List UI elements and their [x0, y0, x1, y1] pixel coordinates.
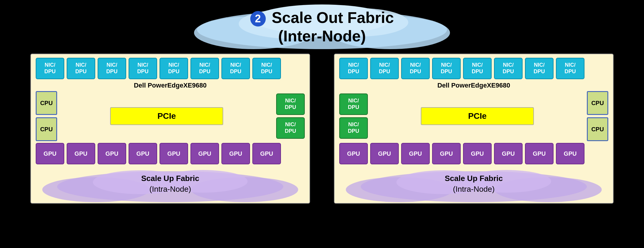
server-label-right: Dell PowerEdgeXE9680 — [339, 82, 608, 89]
nic-dpu-right-1: NIC/DPU — [339, 58, 368, 79]
pcie-area-left: PCIe — [60, 107, 273, 125]
gpu-left-4: GPU — [129, 143, 157, 164]
nic-dpu-right-2: NIC/DPU — [370, 58, 399, 79]
gpu-left-8: GPU — [252, 143, 281, 164]
gpu-right-3: GPU — [401, 143, 430, 164]
scale-up-label-right: Scale Up Fabric (Intra-Node) — [445, 173, 503, 195]
nic-dpu-left-4: NIC/DPU — [129, 58, 157, 79]
side-nic-left-1: NIC/DPU — [276, 93, 305, 115]
nic-dpu-left-2: NIC/DPU — [67, 58, 95, 79]
side-nic-left-2: NIC/DPU — [276, 117, 305, 139]
cpu-left-2: CPU — [36, 117, 57, 141]
scale-out-title: 2 Scale Out Fabric (Inter-Node) — [250, 8, 394, 46]
side-nic-right: NIC/DPU NIC/DPU — [339, 93, 368, 139]
main-content-row: NIC/DPU NIC/DPU NIC/DPU NIC/DPU NIC/DPU … — [0, 54, 644, 204]
middle-section-right: NIC/DPU NIC/DPU PCIe CPU CPU — [339, 91, 608, 141]
cpu-column-left: CPU CPU — [36, 91, 57, 141]
side-nic-right-1: NIC/DPU — [339, 93, 368, 115]
scale-up-left: Scale Up Fabric (Intra-Node) — [36, 164, 305, 203]
scale-out-fabric-cloud: 2 Scale Out Fabric (Inter-Node) — [188, 3, 456, 51]
nic-dpu-right-3: NIC/DPU — [401, 58, 430, 79]
pcie-box-left: PCIe — [110, 107, 223, 125]
server-label-left: Dell PowerEdgeXE9680 — [36, 82, 305, 89]
pcie-area-right: PCIe — [371, 107, 584, 125]
cpu-right-2: CPU — [587, 117, 608, 141]
nic-dpu-left-1: NIC/DPU — [36, 58, 64, 79]
gpu-left-5: GPU — [160, 143, 188, 164]
nic-dpu-left-5: NIC/DPU — [160, 58, 188, 79]
node-left: NIC/DPU NIC/DPU NIC/DPU NIC/DPU NIC/DPU … — [30, 54, 310, 204]
pcie-box-right: PCIe — [421, 107, 534, 125]
nic-dpu-left-8: NIC/DPU — [252, 58, 281, 79]
gpu-right-8: GPU — [556, 143, 584, 164]
nic-top-row-right: NIC/DPU NIC/DPU NIC/DPU NIC/DPU NIC/DPU … — [339, 58, 608, 79]
cpu-right-1: CPU — [587, 91, 608, 115]
gpu-right-2: GPU — [370, 143, 399, 164]
nic-top-row-left: NIC/DPU NIC/DPU NIC/DPU NIC/DPU NIC/DPU … — [36, 58, 305, 79]
gpu-left-2: GPU — [67, 143, 95, 164]
nic-dpu-right-8: NIC/DPU — [556, 58, 584, 79]
nic-dpu-left-7: NIC/DPU — [221, 58, 250, 79]
badge-2: 2 — [250, 11, 266, 26]
side-nic-left: NIC/DPU NIC/DPU — [276, 93, 305, 139]
gpu-row-left: GPU GPU GPU GPU GPU GPU GPU GPU — [36, 143, 305, 164]
gpu-row-right: GPU GPU GPU GPU GPU GPU GPU GPU — [339, 143, 608, 164]
side-nic-right-2: NIC/DPU — [339, 117, 368, 139]
middle-section-left: CPU CPU PCIe NIC/DPU NIC/DPU — [36, 91, 305, 141]
gpu-right-4: GPU — [432, 143, 461, 164]
nic-dpu-right-6: NIC/DPU — [494, 58, 523, 79]
nic-dpu-left-3: NIC/DPU — [98, 58, 126, 79]
gpu-right-6: GPU — [494, 143, 523, 164]
scale-up-right: Scale Up Fabric (Intra-Node) — [339, 164, 608, 203]
gpu-left-6: GPU — [190, 143, 219, 164]
scale-up-label-left: Scale Up Fabric (Intra-Node) — [141, 173, 199, 195]
gpu-right-7: GPU — [525, 143, 554, 164]
nic-dpu-right-4: NIC/DPU — [432, 58, 461, 79]
nic-dpu-left-6: NIC/DPU — [190, 58, 219, 79]
gpu-left-1: GPU — [36, 143, 64, 164]
gpu-right-5: GPU — [463, 143, 492, 164]
node-right: NIC/DPU NIC/DPU NIC/DPU NIC/DPU NIC/DPU … — [334, 54, 614, 204]
cpu-left-1: CPU — [36, 91, 57, 115]
nic-dpu-right-7: NIC/DPU — [525, 58, 554, 79]
gpu-left-3: GPU — [98, 143, 126, 164]
gpu-left-7: GPU — [221, 143, 250, 164]
nic-dpu-right-5: NIC/DPU — [463, 58, 492, 79]
cpu-column-right: CPU CPU — [587, 91, 608, 141]
gpu-right-1: GPU — [339, 143, 368, 164]
